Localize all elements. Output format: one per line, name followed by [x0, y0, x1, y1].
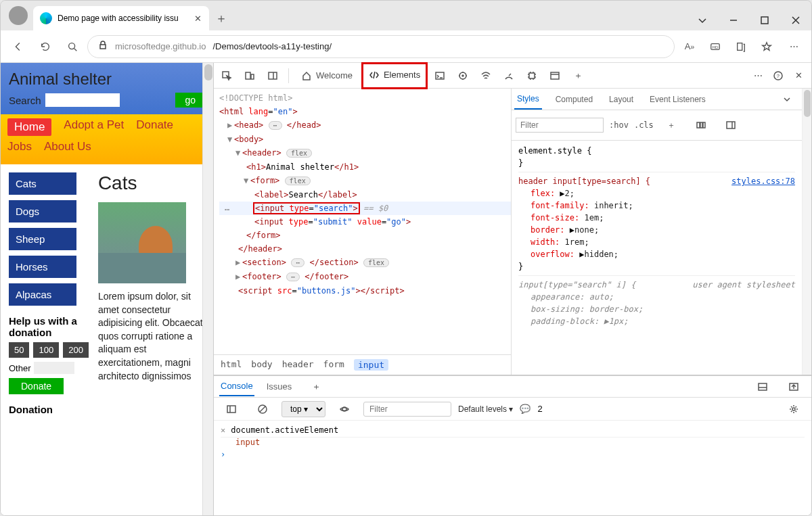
new-style-icon[interactable]: ＋	[659, 113, 683, 137]
donate-200[interactable]: 200	[63, 342, 89, 358]
sidebar-item-dogs[interactable]: Dogs	[9, 200, 76, 222]
selected-dom-node[interactable]: ⋯<input type="search"> == $0	[219, 202, 511, 215]
donate-50[interactable]: 50	[9, 342, 29, 358]
maximize-icon[interactable]	[749, 10, 780, 30]
favorite-icon[interactable]	[754, 34, 779, 59]
url-path: /Demos/devtools-a11y-testing/	[212, 41, 332, 51]
styles-rules[interactable]: element.style { } header input[type=sear…	[512, 141, 802, 375]
sidebar-item-sheep[interactable]: Sheep	[9, 228, 76, 250]
cls-toggle[interactable]: .cls	[634, 120, 654, 130]
tab-event-listeners[interactable]: Event Listeners	[647, 90, 708, 109]
console-sidebar-icon[interactable]	[219, 397, 244, 421]
svg-rect-20	[727, 122, 735, 128]
tab-welcome[interactable]: Welcome	[294, 63, 359, 89]
donation-other-input[interactable]	[34, 362, 74, 374]
tab-elements[interactable]: Elements	[362, 63, 427, 89]
tab-layout[interactable]: Layout	[606, 90, 636, 109]
minimize-icon[interactable]	[718, 10, 749, 30]
sidebar-item-alpacas[interactable]: Alpacas	[9, 283, 76, 306]
breadcrumb[interactable]: html body header form input	[214, 354, 511, 375]
computed-toggle-icon[interactable]	[719, 113, 743, 137]
console-prompt[interactable]: ›	[221, 447, 805, 462]
close-devtools-icon[interactable]: ✕	[788, 66, 809, 86]
svg-point-12	[462, 75, 464, 76]
chevron-down-icon[interactable]	[775, 89, 799, 112]
dock-side-icon[interactable]	[263, 66, 283, 86]
flexbox-editor-icon[interactable]	[689, 113, 713, 137]
more-icon[interactable]: ⋯	[782, 34, 806, 59]
svg-rect-0	[761, 17, 768, 24]
nav-home[interactable]: Home	[7, 118, 51, 136]
nav-about[interactable]: About Us	[44, 140, 91, 154]
devtools-menu-icon[interactable]: ⋯	[748, 66, 768, 86]
crumb-form[interactable]: form	[323, 359, 344, 371]
more-tabs-icon[interactable]: ＋	[568, 66, 588, 86]
donate-button[interactable]: Donate	[9, 378, 64, 394]
page-body: Cats Dogs Sheep Horses Alpacas Help us w…	[1, 164, 213, 427]
new-tab-button[interactable]: ＋	[209, 6, 233, 30]
donation-heading: Help us with a donation	[9, 315, 89, 338]
dom-tree[interactable]: <!DOCTYPE html> <html lang="en"> ▶<head>…	[214, 89, 511, 354]
clear-console-icon[interactable]	[250, 397, 275, 421]
styles-filter-input[interactable]	[516, 118, 604, 133]
crumb-body[interactable]: body	[251, 359, 272, 371]
svg-rect-19	[703, 122, 705, 128]
crumb-input[interactable]: input	[354, 359, 388, 371]
chevron-down-icon[interactable]	[687, 10, 718, 30]
close-window-icon[interactable]	[780, 10, 811, 30]
dismiss-icon[interactable]: ✕	[221, 425, 225, 435]
search-input[interactable]	[45, 93, 120, 107]
issues-count[interactable]: 2	[537, 404, 542, 414]
tab-console[interactable]: Console	[219, 377, 254, 396]
nav-donate[interactable]: Donate	[136, 118, 173, 136]
sidebar-item-horses[interactable]: Horses	[9, 256, 76, 278]
tab-issues[interactable]: Issues	[265, 377, 294, 396]
source-link[interactable]: styles.css:78	[731, 175, 795, 187]
drawer-dock-icon[interactable]	[750, 375, 775, 399]
close-tab-icon[interactable]: ✕	[193, 14, 202, 23]
sources-icon[interactable]	[453, 66, 473, 86]
log-levels[interactable]: Default levels ▾	[458, 404, 513, 414]
hd-icon[interactable]: HD	[703, 34, 727, 59]
console-output[interactable]: ✕document.activeElement input ›	[214, 421, 811, 465]
inspect-icon[interactable]	[217, 66, 237, 86]
profile-avatar[interactable]	[9, 6, 28, 25]
crumb-html[interactable]: html	[221, 359, 242, 371]
nav-jobs[interactable]: Jobs	[7, 140, 32, 154]
page-scrollbar[interactable]	[202, 63, 213, 516]
live-expression-icon[interactable]	[332, 397, 357, 421]
network-icon[interactable]	[476, 66, 496, 86]
svg-text:HD: HD	[713, 44, 719, 49]
tab-styles[interactable]: Styles	[514, 89, 542, 110]
collections-icon[interactable]	[729, 34, 753, 59]
donate-100[interactable]: 100	[33, 342, 59, 358]
devtools-toolbar: Welcome Elements ＋ ⋯ ? ✕	[214, 63, 811, 89]
donation-box: Help us with a donation 50 100 200 Other…	[9, 315, 89, 415]
hov-toggle[interactable]: :hov	[609, 120, 629, 130]
styles-scrollbar[interactable]	[802, 89, 811, 375]
read-aloud-icon[interactable]: A»	[677, 34, 702, 59]
search-form: Search go	[9, 93, 205, 108]
console-filter-input[interactable]	[363, 402, 451, 417]
crumb-header[interactable]: header	[282, 359, 314, 371]
drawer-expand-icon[interactable]	[782, 375, 806, 399]
memory-icon[interactable]	[522, 66, 542, 86]
search-icon[interactable]	[60, 34, 85, 59]
help-icon[interactable]: ?	[768, 66, 788, 86]
application-icon[interactable]	[545, 66, 565, 86]
browser-tab[interactable]: Demo page with accessibility issu ✕	[33, 6, 209, 30]
add-drawer-tab-icon[interactable]: ＋	[304, 375, 328, 399]
address-bar[interactable]: microsoftedge.github.io/Demos/devtools-a…	[87, 35, 675, 58]
refresh-icon[interactable]	[33, 34, 58, 59]
performance-icon[interactable]	[499, 66, 519, 86]
console-settings-icon[interactable]	[782, 397, 806, 421]
device-toggle-icon[interactable]	[240, 66, 260, 86]
context-selector[interactable]: top ▾	[281, 401, 325, 417]
tab-computed[interactable]: Computed	[553, 90, 595, 109]
nav-adopt[interactable]: Adopt a Pet	[64, 118, 124, 136]
lock-icon	[97, 40, 108, 53]
toggle-console-icon[interactable]	[430, 66, 450, 86]
sidebar-item-cats[interactable]: Cats	[9, 172, 76, 195]
back-icon[interactable]	[6, 34, 30, 59]
go-button[interactable]: go	[175, 93, 205, 108]
